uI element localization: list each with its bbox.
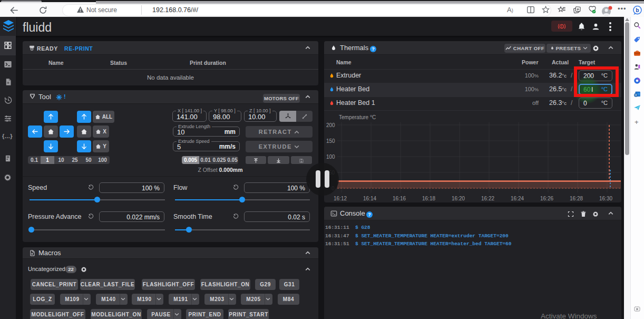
svg-text:b: b <box>636 7 639 13</box>
